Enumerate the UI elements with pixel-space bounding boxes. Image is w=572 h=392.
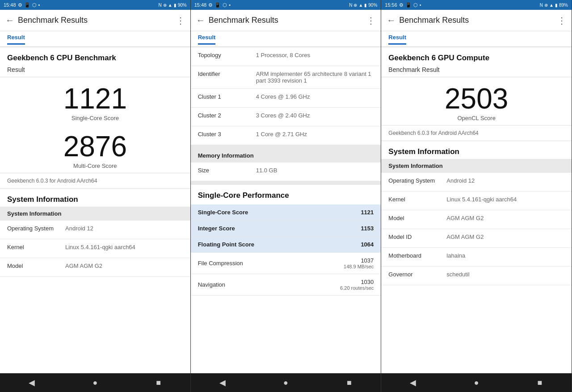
info-val-cluster3: 1 Core @ 2.71 GHz — [256, 131, 374, 138]
nav-recent-2[interactable]: ■ — [340, 378, 358, 388]
perf-key-integer: Integer Score — [198, 225, 361, 232]
n-icon-3: N — [540, 3, 543, 8]
memory-header-2: Memory Information — [191, 149, 381, 163]
info-val-model-id-3: AGM AGM G2 — [446, 234, 564, 240]
info-row-cluster3: Cluster 3 1 Core @ 2.71 GHz — [191, 126, 381, 145]
info-row-model-id-3: Model ID AGM AGM G2 — [381, 229, 572, 248]
info-row-os-1: Operating System Android 12 — [0, 221, 190, 239]
tab-result-2[interactable]: Result — [198, 34, 216, 45]
geekbench-version-3: Geekbench 6.0.3 for Android AArch64 — [381, 125, 572, 141]
perf-section-2: Single-Core Performance — [191, 185, 381, 203]
info-row-governor-3: Governor schedutil — [381, 267, 572, 285]
status-left-3: 15:56 ⚙ 📱 ⬡ • — [385, 2, 421, 8]
perf-row-integer: Integer Score 1153 — [191, 221, 381, 237]
menu-button-2[interactable]: ⋮ — [366, 15, 375, 26]
nav-recent-1[interactable]: ■ — [150, 378, 168, 388]
multi-score-1: 2876 — [63, 132, 127, 161]
perf-sub-file-compression: 148.9 MB/sec — [344, 264, 374, 269]
wifi-icon-1: ⊕ — [163, 3, 167, 8]
battery-text-3: 89% — [559, 3, 568, 8]
benchmark-title-3: Geekbench 6 GPU Compute — [381, 47, 572, 65]
perf-val-floating: 1064 — [361, 241, 374, 248]
status-right-3: N ⊕ ▲ ▮ 89% — [540, 3, 568, 8]
info-key-topology: Topology — [198, 52, 256, 58]
benchmark-title-1: Geekbench 6 CPU Benchmark — [0, 47, 190, 65]
wifi-icon-3: ⊕ — [544, 3, 548, 8]
battery-text-2: 90% — [368, 3, 377, 8]
info-row-cluster1: Cluster 1 4 Cores @ 1.96 GHz — [191, 89, 381, 108]
info-key-memory: Size — [198, 167, 256, 174]
info-row-kernel-1: Kernel Linux 5.4.161-qgki aarch64 — [0, 239, 190, 258]
info-val-os-3: Android 12 — [446, 177, 564, 184]
phone-icon-2: 📱 — [214, 2, 221, 8]
info-val-model-1: AGM AGM G2 — [65, 263, 183, 269]
back-button-2[interactable]: ← — [196, 15, 205, 25]
status-left-2: 15:48 ⚙ 📱 ⬡ • — [194, 2, 231, 8]
system-info-header-1: System Information — [0, 207, 190, 221]
info-key-model-3: Model — [388, 215, 446, 221]
n-icon-2: N — [349, 3, 352, 8]
settings-icon-1: ⚙ — [18, 2, 22, 8]
cast-icon-1: ⬡ — [32, 2, 37, 8]
perf-val-navigation-block: 1030 6.20 routes/sec — [340, 279, 374, 291]
status-time-3: 15:56 — [385, 2, 397, 8]
info-row-identifier: Identifier ARM implementer 65 architectu… — [191, 66, 381, 89]
nav-recent-3[interactable]: ■ — [531, 378, 549, 388]
signal-icon-3: ▲ — [549, 3, 554, 8]
battery-icon-2: ▮ — [364, 3, 367, 8]
wifi-icon-2: ⊕ — [353, 3, 357, 8]
status-bar-3: 15:56 ⚙ 📱 ⬡ • N ⊕ ▲ ▮ 89% — [381, 0, 572, 10]
perf-key-single-score: Single-Core Score — [198, 209, 361, 216]
nav-back-1[interactable]: ◀ — [23, 378, 41, 388]
info-val-memory: 11.0 GB — [256, 167, 374, 174]
info-row-motherboard-3: Motherboard lahaina — [381, 248, 572, 267]
status-bar-1: 15:48 ⚙ 📱 ⬡ • N ⊕ ▲ ▮ 90% — [0, 0, 190, 10]
info-key-cluster1: Cluster 1 — [198, 93, 256, 100]
info-val-kernel-1: Linux 5.4.161-qgki aarch64 — [65, 244, 183, 250]
nav-home-3[interactable]: ● — [467, 378, 485, 388]
tab-result-3[interactable]: Result — [388, 34, 406, 45]
back-button-1[interactable]: ← — [5, 15, 14, 25]
info-key-model-id-3: Model ID — [388, 234, 446, 240]
nav-home-1[interactable]: ● — [86, 378, 104, 388]
tab-bar-3: Result — [381, 31, 572, 47]
status-right-1: N ⊕ ▲ ▮ 90% — [159, 3, 187, 8]
perf-sub-navigation: 6.20 routes/sec — [340, 285, 374, 291]
info-row-memory-size: Size 11.0 GB — [191, 163, 381, 181]
tab-result-1[interactable]: Result — [7, 34, 25, 45]
info-val-os-1: Android 12 — [65, 225, 183, 232]
info-row-model-3: Model AGM AGM G2 — [381, 210, 572, 229]
perf-key-file-compression: File Compression — [198, 260, 344, 267]
info-val-governor-3: schedutil — [446, 271, 564, 278]
system-info-title-3: System Information — [381, 141, 572, 159]
nav-back-3[interactable]: ◀ — [404, 378, 422, 388]
status-right-2: N ⊕ ▲ ▮ 90% — [349, 3, 377, 8]
battery-icon-1: ▮ — [174, 3, 177, 8]
menu-button-1[interactable]: ⋮ — [176, 15, 185, 26]
phone-icon-3: 📱 — [405, 2, 412, 8]
info-val-motherboard-3: lahaina — [446, 252, 564, 259]
panel-1: 15:48 ⚙ 📱 ⬡ • N ⊕ ▲ ▮ 90% ← Benchmark Re… — [0, 0, 191, 392]
gpu-score-3: 2503 — [445, 84, 508, 113]
panel-2: 15:48 ⚙ 📱 ⬡ • N ⊕ ▲ ▮ 90% ← Benchmark Re… — [191, 0, 382, 392]
perf-val-file-compression: 1037 — [361, 257, 374, 264]
nav-home-2[interactable]: ● — [277, 378, 294, 388]
top-bar-1: ← Benchmark Results ⋮ — [0, 10, 190, 31]
tab-bar-2: Result — [191, 31, 381, 47]
menu-button-3[interactable]: ⋮ — [557, 15, 566, 26]
info-key-kernel-3: Kernel — [388, 196, 446, 203]
system-info-title-1: System Information — [0, 189, 190, 207]
back-button-3[interactable]: ← — [387, 15, 395, 25]
dot-icon-1: • — [38, 2, 40, 8]
perf-val-single-score: 1121 — [361, 209, 374, 216]
gpu-score-block: 2503 OpenCL Score — [381, 77, 572, 125]
content-3: Geekbench 6 GPU Compute Benchmark Result… — [381, 47, 572, 373]
single-score-block-1: 1121 Single-Core Score — [0, 77, 190, 125]
result-label-1: Result — [0, 65, 190, 77]
geekbench-version-1: Geekbench 6.0.3 for Android AArch64 — [0, 173, 190, 188]
info-val-identifier: ARM implementer 65 architecture 8 varian… — [256, 71, 374, 84]
bottom-nav-3: ◀ ● ■ — [381, 373, 572, 392]
nav-back-2[interactable]: ◀ — [214, 378, 231, 388]
signal-icon-2: ▲ — [358, 3, 363, 8]
dot-icon-3: • — [420, 2, 421, 8]
